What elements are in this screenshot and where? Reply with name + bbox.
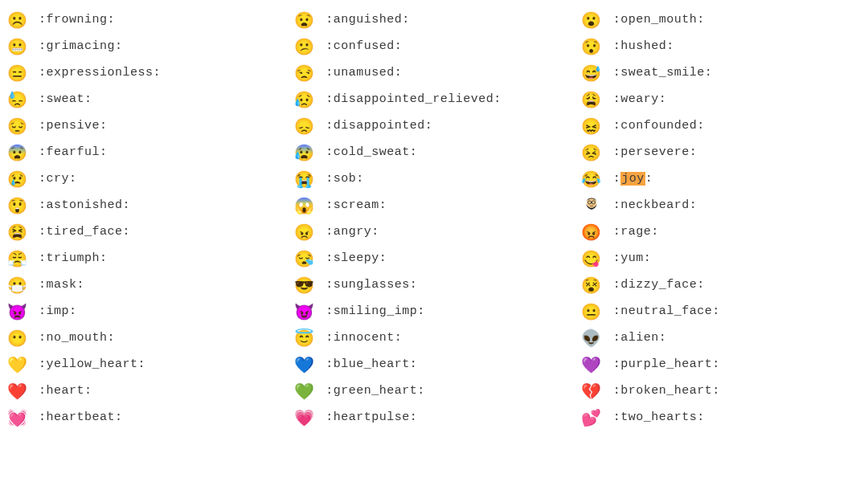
emoji-entry[interactable]: 😤:triumph: (3, 245, 290, 272)
emoji-entry[interactable]: 😢:cry: (3, 165, 290, 192)
emoji-entry[interactable]: 😨:fearful: (3, 139, 290, 165)
emoji-shortcode: :cry: (27, 172, 77, 186)
emoji-entry[interactable]: 😔:pensive: (3, 112, 290, 139)
emoji-entry[interactable]: 😓:sweat: (3, 86, 290, 112)
emoji-entry[interactable]: 💕:two_hearts: (578, 404, 865, 431)
emoji-entry[interactable]: 😂:joy: (578, 165, 865, 192)
emoji-entry[interactable]: 😰:cold_sweat: (290, 139, 577, 165)
emoji-shortcode: :alien: (602, 331, 667, 345)
smiling_imp-icon: 😈 (293, 302, 314, 321)
emoji-entry[interactable]: 👽:alien: (578, 325, 865, 351)
emoji-shortcode: :cold_sweat: (314, 145, 417, 159)
cry-icon: 😢 (6, 169, 27, 189)
emoji-entry[interactable]: 😕:confused: (290, 33, 577, 59)
emoji-entry[interactable]: 😅:sweat_smile: (578, 59, 865, 86)
emoji-entry[interactable]: ☹️:frowning: (3, 6, 290, 33)
emoji-shortcode: :disappointed_relieved: (314, 92, 502, 106)
emoji-shortcode: :fearful: (27, 145, 108, 159)
frowning-icon: ☹️ (6, 10, 27, 30)
emoji-entry[interactable]: 😲:astonished: (3, 192, 290, 218)
emoji-shortcode: :heart: (27, 384, 92, 398)
emoji-entry[interactable]: 😵:dizzy_face: (578, 272, 865, 298)
emoji-entry[interactable]: 😡:rage: (578, 218, 865, 245)
sweat_smile-icon: 😅 (581, 63, 602, 83)
green_heart-icon: 💚 (293, 382, 314, 401)
search-highlight: joy (620, 172, 645, 186)
emoji-shortcode: :open_mouth: (602, 13, 705, 27)
emoji-entry[interactable]: 💗:heartpulse: (290, 404, 577, 431)
emoji-entry[interactable]: 😒:unamused: (290, 59, 577, 86)
yum-icon: 😋 (581, 249, 602, 268)
emoji-shortcode: :persevere: (602, 145, 698, 159)
emoji-entry[interactable]: 😩:weary: (578, 86, 865, 112)
emoji-entry[interactable]: 😋:yum: (578, 245, 865, 272)
emoji-shortcode: :heartpulse: (314, 410, 417, 424)
innocent-icon: 😇 (293, 329, 314, 348)
emoji-shortcode: :blue_heart: (314, 357, 417, 371)
emoji-entry[interactable]: 😐:neutral_face: (578, 298, 865, 325)
anguished-icon: 😧 (293, 10, 314, 30)
emoji-shortcode: :heartbeat: (27, 410, 123, 424)
emoji-entry[interactable]: 😯:hushed: (578, 33, 865, 59)
emoji-entry[interactable]: :neckbeard: (578, 192, 865, 218)
emoji-entry[interactable]: ❤️:heart: (3, 378, 290, 404)
emoji-entry[interactable]: 😭:sob: (290, 165, 577, 192)
persevere-icon: 😣 (581, 143, 602, 162)
emoji-entry[interactable]: 😞:disappointed: (290, 112, 577, 139)
tired_face-icon: 😫 (6, 223, 27, 242)
emoji-entry[interactable]: 😈:smiling_imp: (290, 298, 577, 325)
neckbeard-icon (581, 195, 602, 215)
emoji-entry[interactable]: 😇:innocent: (290, 325, 577, 351)
emoji-cheatsheet-grid: ☹️:frowning:😧:anguished:😮:open_mouth:😬:g… (3, 6, 865, 431)
emoji-entry[interactable]: 😥:disappointed_relieved: (290, 86, 577, 112)
emoji-entry[interactable]: 😷:mask: (3, 272, 290, 298)
emoji-shortcode: :sunglasses: (314, 278, 417, 292)
emoji-entry[interactable]: 😎:sunglasses: (290, 272, 577, 298)
two_hearts-icon: 💕 (581, 408, 602, 427)
emoji-entry[interactable]: 💓:heartbeat: (3, 404, 290, 431)
emoji-entry[interactable]: 😫:tired_face: (3, 218, 290, 245)
heartpulse-icon: 💗 (293, 408, 314, 427)
emoji-shortcode: :astonished: (27, 198, 130, 212)
emoji-shortcode: :weary: (602, 92, 667, 106)
emoji-entry[interactable]: 😖:confounded: (578, 112, 865, 139)
emoji-shortcode: :neutral_face: (602, 304, 720, 318)
emoji-entry[interactable]: 😠:angry: (290, 218, 577, 245)
emoji-entry[interactable]: 💙:blue_heart: (290, 351, 577, 378)
sweat-icon: 😓 (6, 90, 27, 109)
emoji-shortcode: :yum: (602, 251, 652, 265)
emoji-entry[interactable]: 💜:purple_heart: (578, 351, 865, 378)
emoji-entry[interactable]: 😶:no_mouth: (3, 325, 290, 351)
emoji-shortcode: :purple_heart: (602, 357, 720, 371)
emoji-entry[interactable]: 😱:scream: (290, 192, 577, 218)
emoji-shortcode: :angry: (314, 225, 379, 239)
emoji-entry[interactable]: 💛:yellow_heart: (3, 351, 290, 378)
weary-icon: 😩 (581, 90, 602, 109)
scream-icon: 😱 (293, 196, 314, 215)
emoji-shortcode: :smiling_imp: (314, 304, 425, 318)
mask-icon: 😷 (6, 276, 27, 295)
emoji-entry[interactable]: 😮:open_mouth: (578, 6, 865, 33)
emoji-entry[interactable]: 😬:grimacing: (3, 33, 290, 59)
emoji-entry[interactable]: 😑:expressionless: (3, 59, 290, 86)
purple_heart-icon: 💜 (581, 355, 602, 374)
emoji-shortcode: :yellow_heart: (27, 357, 145, 371)
emoji-shortcode: :frowning: (27, 13, 115, 27)
emoji-shortcode: :rage: (602, 225, 659, 239)
emoji-shortcode: :neckbeard: (602, 198, 698, 212)
sob-icon: 😭 (293, 169, 314, 189)
open_mouth-icon: 😮 (581, 10, 602, 30)
disappointed_relieved-icon: 😥 (293, 90, 314, 109)
expressionless-icon: 😑 (6, 63, 27, 83)
emoji-shortcode: :innocent: (314, 331, 402, 345)
alien-icon: 👽 (581, 329, 602, 348)
blue_heart-icon: 💙 (293, 355, 314, 374)
emoji-entry[interactable]: 💔:broken_heart: (578, 378, 865, 404)
emoji-shortcode: :sweat_smile: (602, 66, 713, 80)
emoji-entry[interactable]: 😧:anguished: (290, 6, 577, 33)
emoji-shortcode: :sob: (314, 172, 364, 186)
emoji-entry[interactable]: 😪:sleepy: (290, 245, 577, 272)
emoji-entry[interactable]: 😣:persevere: (578, 139, 865, 165)
emoji-entry[interactable]: 💚:green_heart: (290, 378, 577, 404)
emoji-entry[interactable]: 👿:imp: (3, 298, 290, 325)
